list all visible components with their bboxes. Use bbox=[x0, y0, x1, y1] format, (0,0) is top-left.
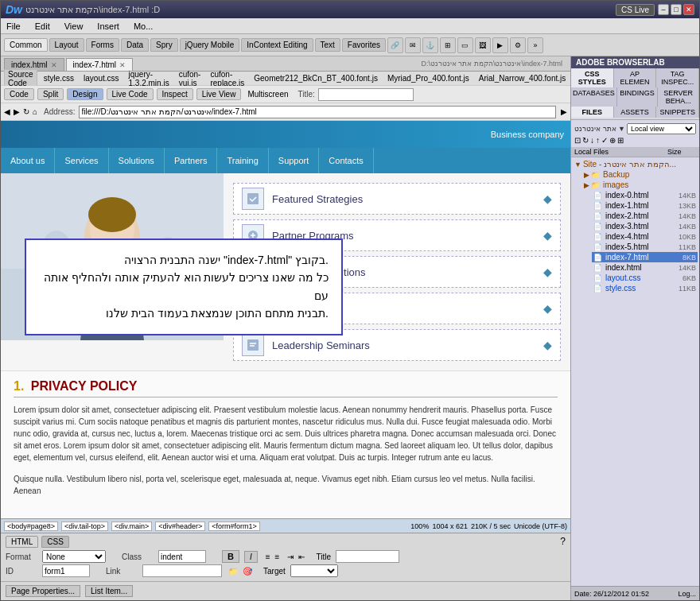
geometr-tab[interactable]: Geometr212_BkCn_BT_400.font.js bbox=[251, 74, 381, 83]
props-css-tab[interactable]: CSS bbox=[41, 536, 69, 548]
tool-hyperlink-icon[interactable]: 🔗 bbox=[387, 37, 403, 53]
link-target-icon[interactable]: 🎯 bbox=[243, 567, 252, 576]
insert-tab-spry[interactable]: Spry bbox=[150, 38, 178, 52]
ft-index3[interactable]: 📄 index-3.html 14KB bbox=[592, 221, 698, 231]
view-select[interactable]: Local view bbox=[627, 123, 696, 134]
ft-index5[interactable]: 📄 index-5.html 11KB bbox=[592, 242, 698, 252]
status-tag-form[interactable]: <form#form1> bbox=[208, 522, 260, 531]
files-tab[interactable]: FILES bbox=[571, 107, 614, 118]
menu-file[interactable]: File bbox=[4, 21, 23, 32]
tool-media-icon[interactable]: ▶ bbox=[492, 37, 508, 53]
tool-widget-icon[interactable]: ⚙ bbox=[510, 37, 526, 53]
insert-tab-jquery[interactable]: jQuery Mobile bbox=[180, 38, 240, 52]
ap-elements-tab[interactable]: AP ELEMEN bbox=[614, 68, 657, 87]
link-folder-icon[interactable]: 📁 bbox=[228, 567, 238, 576]
menu-view[interactable]: View bbox=[62, 21, 86, 32]
server-behaviors-tab[interactable]: SERVER BEHA... bbox=[658, 87, 699, 107]
ft-index4[interactable]: 📄 index-4.html 10KB bbox=[592, 231, 698, 242]
close-button[interactable]: ✕ bbox=[683, 4, 694, 15]
css-styles-tab[interactable]: CSS STYLES bbox=[571, 68, 614, 87]
ft-images-folder[interactable]: ▶ 📁 images bbox=[582, 180, 698, 190]
insert-tab-layout[interactable]: Layout bbox=[49, 38, 84, 52]
link-input[interactable] bbox=[142, 564, 222, 577]
site-checkin-icon[interactable]: ✓ bbox=[601, 136, 608, 145]
cufon-yui-tab[interactable]: cufon-yui.js bbox=[176, 70, 204, 87]
id-input[interactable] bbox=[42, 564, 90, 577]
tag-inspector-tab[interactable]: TAG INSPEC... bbox=[656, 68, 699, 87]
bindings-tab[interactable]: BINDINGS bbox=[617, 87, 659, 107]
snippets-tab[interactable]: SNIPPETS bbox=[656, 107, 699, 118]
myriad-tab[interactable]: Myriad_Pro_400.font.js bbox=[384, 74, 472, 83]
ft-index1[interactable]: 📄 index-1.html 13KB bbox=[592, 200, 698, 211]
tool-div-icon[interactable]: ▭ bbox=[457, 37, 473, 53]
ft-index-html[interactable]: 📄 index.html 14KB bbox=[592, 262, 698, 273]
site-put-icon[interactable]: ↑ bbox=[596, 136, 600, 145]
props-html-tab[interactable]: HTML bbox=[6, 536, 38, 548]
nav-about[interactable]: About us bbox=[1, 148, 55, 173]
target-select[interactable]: _blank _self bbox=[290, 564, 338, 577]
nav-services[interactable]: Services bbox=[55, 148, 108, 173]
code-button[interactable]: Code bbox=[4, 88, 34, 100]
insert-tab-favorites[interactable]: Favorites bbox=[342, 38, 386, 52]
tool-image-icon[interactable]: 🖼 bbox=[475, 37, 491, 53]
insert-tab-data[interactable]: Data bbox=[121, 38, 149, 52]
layout-css-tab[interactable]: layout.css bbox=[80, 74, 122, 83]
arial-tab[interactable]: Arial_Narrow_400.font.js bbox=[476, 74, 570, 83]
jquery-tab[interactable]: jquery-1.3.2.min.js bbox=[126, 70, 173, 87]
insert-tab-forms[interactable]: Forms bbox=[86, 38, 119, 52]
format-select[interactable]: None Heading 1 Heading 2 Paragraph bbox=[42, 550, 106, 563]
italic-button[interactable]: I bbox=[244, 551, 258, 563]
nav-contacts[interactable]: Contacts bbox=[319, 148, 373, 173]
live-code-button[interactable]: Live Code bbox=[107, 88, 154, 100]
minimize-button[interactable]: – bbox=[658, 4, 669, 15]
doc-tab-close-index[interactable]: ✕ bbox=[51, 61, 57, 69]
nav-training[interactable]: Training bbox=[217, 148, 268, 173]
nav-forward-icon[interactable]: ▶ bbox=[14, 107, 20, 116]
menu-card-featured-strategies[interactable]: Featured Strategies ◆ bbox=[233, 183, 561, 215]
live-view-button[interactable]: Live View bbox=[196, 88, 242, 100]
split-button[interactable]: Split bbox=[37, 88, 64, 100]
ft-index7[interactable]: 📄 index-7.html 8KB bbox=[592, 252, 698, 262]
site-expand-icon[interactable]: ⊞ bbox=[617, 136, 624, 145]
indent-in-icon[interactable]: ⇥ bbox=[287, 553, 294, 561]
insert-tab-common[interactable]: Common bbox=[4, 38, 48, 52]
title-input[interactable] bbox=[318, 88, 414, 101]
site-get-icon[interactable]: ↓ bbox=[590, 136, 594, 145]
status-tag-div-tail[interactable]: <div.tail-top> bbox=[61, 522, 108, 531]
doc-tab-close-index7[interactable]: ✕ bbox=[119, 61, 126, 69]
menu-modify[interactable]: Mo... bbox=[131, 21, 155, 32]
ft-style-css[interactable]: 📄 style.css 11KB bbox=[592, 283, 698, 293]
ft-site-root[interactable]: ▼ Site - הקמת אתר אינטרנ... bbox=[573, 159, 698, 169]
nav-support[interactable]: Support bbox=[269, 148, 320, 173]
nav-solutions[interactable]: Solutions bbox=[109, 148, 165, 173]
list-unordered-icon[interactable]: ≡ bbox=[266, 553, 270, 561]
nav-back-icon[interactable]: ◀ bbox=[4, 107, 10, 116]
status-tag-div-main[interactable]: <div.main> bbox=[111, 522, 152, 531]
cufon-replace-tab[interactable]: cufon-replace.js bbox=[207, 70, 247, 87]
ft-index0[interactable]: 📄 index-0.html 14KB bbox=[592, 190, 698, 200]
cs-live-button[interactable]: CS Live bbox=[616, 4, 655, 16]
props-help-icon[interactable]: ? bbox=[560, 536, 566, 548]
title-props-input[interactable] bbox=[336, 550, 399, 563]
ft-index2[interactable]: 📄 index-2.html 14KB bbox=[592, 211, 698, 221]
site-checkout-icon[interactable]: ⊕ bbox=[609, 136, 616, 145]
nav-refresh-icon[interactable]: ↻ bbox=[23, 107, 29, 116]
nav-home-icon[interactable]: ⌂ bbox=[33, 107, 37, 116]
log-button[interactable]: Log... bbox=[678, 590, 696, 598]
page-properties-button[interactable]: Page Properties... bbox=[6, 585, 80, 597]
databases-tab[interactable]: DATABASES bbox=[571, 87, 617, 107]
design-button[interactable]: Design bbox=[67, 88, 103, 100]
ft-layout-css[interactable]: 📄 layout.css 6KB bbox=[592, 273, 698, 283]
tool-anchor-icon[interactable]: ⚓ bbox=[422, 37, 438, 53]
tool-table-icon[interactable]: ⊞ bbox=[440, 37, 456, 53]
doc-tab-index7html[interactable]: index-7.html ✕ bbox=[66, 58, 133, 71]
indent-out-icon[interactable]: ⇤ bbox=[298, 553, 305, 561]
status-tag-body[interactable]: <body#page8> bbox=[4, 522, 58, 531]
menu-insert[interactable]: Insert bbox=[95, 21, 122, 32]
inspect-button[interactable]: Inspect bbox=[157, 88, 193, 100]
tool-more-icon[interactable]: » bbox=[527, 37, 543, 53]
ft-backup-folder[interactable]: ▶ 📁 Backup bbox=[582, 169, 698, 180]
nav-partners[interactable]: Partners bbox=[165, 148, 218, 173]
site-connect-icon[interactable]: ⊡ bbox=[574, 136, 581, 145]
bold-button[interactable]: B bbox=[222, 550, 239, 563]
